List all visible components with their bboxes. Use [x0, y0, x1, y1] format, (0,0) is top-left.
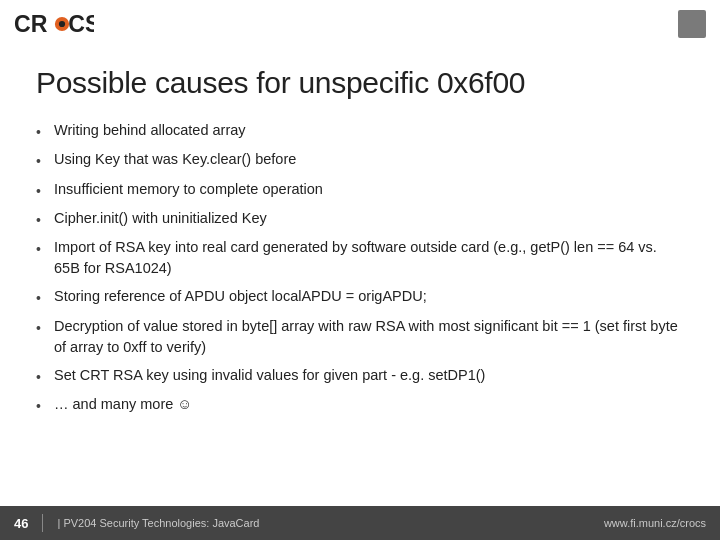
footer-website: www.fi.muni.cz/crocs [604, 517, 706, 529]
bullet-text: Import of RSA key into real card generat… [54, 237, 684, 279]
list-item: •Storing reference of APDU object localA… [36, 286, 684, 308]
bullet-dot: • [36, 318, 54, 338]
bullet-dot: • [36, 396, 54, 416]
page-title: Possible causes for unspecific 0x6f00 [36, 66, 684, 100]
list-item: •Decryption of value stored in byte[] ar… [36, 316, 684, 358]
bullet-text: Cipher.init() with uninitialized Key [54, 208, 684, 229]
list-item: •Import of RSA key into real card genera… [36, 237, 684, 279]
logo-area: CR CS [14, 8, 94, 40]
crocs-logo: CR CS [14, 8, 94, 40]
bullet-text: Using Key that was Key.clear() before [54, 149, 684, 170]
bullet-dot: • [36, 151, 54, 171]
bullet-dot: • [36, 210, 54, 230]
svg-point-3 [59, 21, 65, 27]
list-item: •Set CRT RSA key using invalid values fo… [36, 365, 684, 387]
bullet-text: Set CRT RSA key using invalid values for… [54, 365, 684, 386]
list-item: •Insufficient memory to complete operati… [36, 179, 684, 201]
bullet-dot: • [36, 367, 54, 387]
footer-course: | PV204 Security Technologies: JavaCard [57, 517, 259, 529]
list-item: •Writing behind allocated array [36, 120, 684, 142]
svg-text:CR: CR [14, 11, 48, 37]
footer-separator [42, 514, 43, 532]
list-item: •… and many more ☺ [36, 394, 684, 416]
bullet-text: Writing behind allocated array [54, 120, 684, 141]
bullet-text: Storing reference of APDU object localAP… [54, 286, 684, 307]
header-box [678, 10, 706, 38]
bullet-dot: • [36, 288, 54, 308]
list-item: •Cipher.init() with uninitialized Key [36, 208, 684, 230]
bullet-text: … and many more ☺ [54, 394, 684, 415]
footer-left: 46 | PV204 Security Technologies: JavaCa… [14, 514, 259, 532]
bullet-dot: • [36, 239, 54, 259]
main-content: Possible causes for unspecific 0x6f00 •W… [0, 48, 720, 433]
bullet-dot: • [36, 181, 54, 201]
list-item: •Using Key that was Key.clear() before [36, 149, 684, 171]
footer: 46 | PV204 Security Technologies: JavaCa… [0, 506, 720, 540]
bullet-text: Decryption of value stored in byte[] arr… [54, 316, 684, 358]
header: CR CS [0, 0, 720, 48]
bullet-dot: • [36, 122, 54, 142]
page-number: 46 [14, 516, 28, 531]
svg-text:CS: CS [68, 11, 94, 37]
bullet-list: •Writing behind allocated array•Using Ke… [36, 120, 684, 416]
bullet-text: Insufficient memory to complete operatio… [54, 179, 684, 200]
